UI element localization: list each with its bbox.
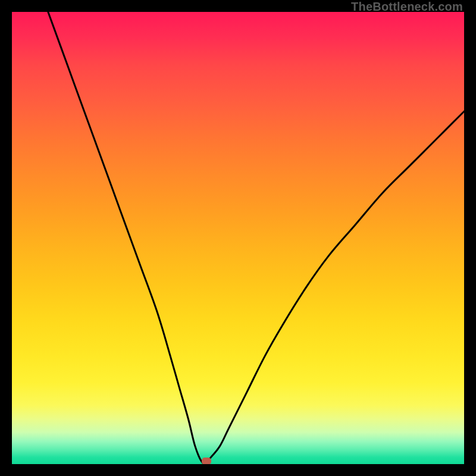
frame-border [0,0,12,476]
bottleneck-curve [48,12,464,464]
plot-area [12,12,464,464]
curve-svg [12,12,464,464]
chart-frame: TheBottleneck.com [0,0,476,476]
frame-border [464,0,476,476]
frame-border [0,464,476,476]
optimum-marker [202,458,211,464]
watermark-text: TheBottleneck.com [351,0,463,14]
